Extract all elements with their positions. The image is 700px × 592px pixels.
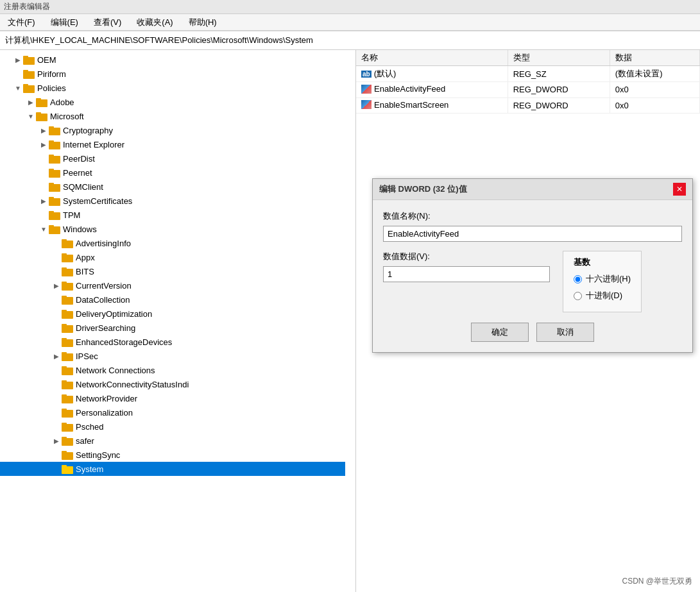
title-bar: 注册表编辑器 — [0, 0, 700, 14]
address-path: 计算机\HKEY_LOCAL_MACHINE\SOFTWARE\Policies… — [5, 35, 313, 46]
data-section: 数值数据(V): — [383, 251, 550, 282]
decimal-label: 十进制(D) — [586, 290, 622, 301]
cancel-button[interactable]: 取消 — [536, 323, 594, 342]
base-group: 基数 十六进制(H) 十进制(D) — [563, 251, 642, 312]
hex-radio[interactable] — [574, 275, 582, 283]
dword-dialog: 编辑 DWORD (32 位)值 ✕ 数值名称(N): 数值数据(V): 基数 — [372, 178, 693, 353]
data-input[interactable] — [383, 266, 550, 282]
dec-radio-row: 十进制(D) — [574, 290, 631, 301]
decimal-radio[interactable] — [574, 292, 582, 300]
dialog-body: 数值名称(N): 数值数据(V): 基数 十六进制(H) — [373, 200, 692, 352]
menu-edit[interactable]: 编辑(E) — [48, 15, 81, 30]
menu-help[interactable]: 帮助(H) — [186, 15, 219, 30]
dialog-overlay: 编辑 DWORD (32 位)值 ✕ 数值名称(N): 数值数据(V): 基数 — [0, 50, 700, 592]
address-bar: 计算机\HKEY_LOCAL_MACHINE\SOFTWARE\Policies… — [0, 31, 700, 50]
menu-view[interactable]: 查看(V) — [91, 15, 124, 30]
hex-radio-row: 十六进制(H) — [574, 273, 631, 285]
menu-favorites[interactable]: 收藏夹(A) — [134, 15, 175, 30]
data-row: 数值数据(V): 基数 十六进制(H) 十进制(D) — [383, 251, 682, 312]
app-title: 注册表编辑器 — [4, 1, 50, 12]
name-input[interactable] — [383, 226, 682, 242]
dialog-buttons: 确定 取消 — [383, 323, 682, 342]
dialog-title-bar: 编辑 DWORD (32 位)值 ✕ — [373, 179, 692, 200]
menu-file[interactable]: 文件(F) — [5, 15, 38, 30]
menu-bar: 文件(F) 编辑(E) 查看(V) 收藏夹(A) 帮助(H) — [0, 14, 700, 31]
name-label: 数值名称(N): — [383, 210, 682, 222]
hex-label: 十六进制(H) — [586, 273, 631, 285]
dialog-close-button[interactable]: ✕ — [673, 183, 686, 196]
base-title: 基数 — [574, 257, 631, 268]
dialog-title: 编辑 DWORD (32 位)值 — [379, 183, 467, 195]
ok-button[interactable]: 确定 — [471, 323, 529, 342]
data-label: 数值数据(V): — [383, 251, 550, 262]
